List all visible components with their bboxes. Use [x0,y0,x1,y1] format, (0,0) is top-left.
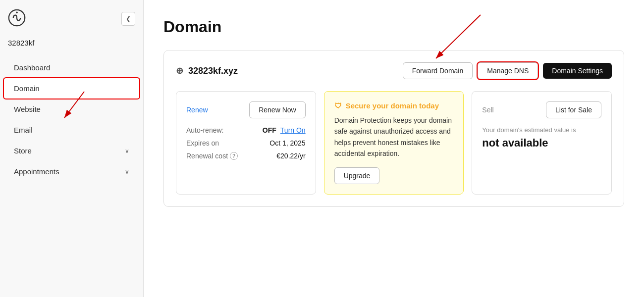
shield-icon: 🛡 [334,101,342,110]
secure-card: 🛡 Secure your domain today Domain Protec… [324,91,464,195]
sell-label: Sell [482,106,493,114]
expires-row: Expires on Oct 1, 2025 [186,139,306,147]
sidebar-header: ❮ [0,0,143,35]
secure-title: 🛡 Secure your domain today [334,101,454,110]
domain-card: ⊕ 32823kf.xyz Forward Domain Manage DNS … [163,50,624,207]
expires-label: Expires on [186,139,219,147]
auto-renew-value: OFF [263,126,276,134]
sidebar-item-dashboard[interactable]: Dashboard [4,57,139,78]
globe-icon: ⊕ [176,65,183,76]
sidebar-site-name: 32823kf [0,35,143,57]
domain-name-row: ⊕ 32823kf.xyz [176,65,238,76]
collapse-icon: ❮ [126,15,131,22]
renewal-cost-row: Renewal cost ? €20.22/yr [186,152,306,160]
auto-renew-row: Auto-renew: OFF Turn On [186,126,306,134]
domain-name: 32823kf.xyz [188,66,238,76]
sidebar-nav: Dashboard Domain Website Email Store ∨ A… [0,57,143,297]
sidebar-item-appointments[interactable]: Appointments ∨ [4,161,139,182]
renewal-cost-label-group: Renewal cost ? [186,152,238,160]
logo [8,9,26,29]
sidebar-item-email[interactable]: Email [4,120,139,140]
domain-actions: Forward Domain Manage DNS Domain Setting… [403,62,612,79]
svg-point-1 [16,11,18,13]
upgrade-button[interactable]: Upgrade [334,167,380,184]
sidebar-item-store[interactable]: Store ∨ [4,141,139,161]
expires-value: Oct 1, 2025 [269,139,305,147]
domain-header: ⊕ 32823kf.xyz Forward Domain Manage DNS … [176,62,612,79]
sidebar: ❮ 32823kf Dashboard Domain Website Email… [0,0,144,297]
renew-card-header: Renew Renew Now [186,101,306,118]
page-title: Domain [163,18,624,36]
auto-renew-value-group: OFF Turn On [263,126,306,134]
secure-description: Domain Protection keeps your domain safe… [334,115,454,159]
sidebar-collapse-button[interactable]: ❮ [121,12,135,26]
turn-on-link[interactable]: Turn On [280,126,306,134]
sell-description: Your domain's estimated value is [482,126,601,134]
renew-label: Renew [186,106,208,114]
chevron-down-icon: ∨ [125,148,129,154]
renew-card: Renew Renew Now Auto-renew: OFF Turn On … [176,91,316,195]
domain-settings-button[interactable]: Domain Settings [543,63,612,79]
manage-dns-button[interactable]: Manage DNS [478,62,538,79]
renewal-cost-label: Renewal cost [186,152,228,160]
sell-card-header: Sell List for Sale [482,101,601,118]
forward-domain-button[interactable]: Forward Domain [403,62,473,79]
domain-estimated-value: not available [482,137,601,149]
cards-row: Renew Renew Now Auto-renew: OFF Turn On … [176,91,612,195]
sell-card: Sell List for Sale Your domain's estimat… [472,91,612,195]
sidebar-item-website[interactable]: Website [4,99,139,119]
renewal-cost-value: €20.22/yr [276,152,305,160]
chevron-down-icon: ∨ [125,168,129,175]
auto-renew-label: Auto-renew: [186,126,223,134]
main-content: Domain ⊕ 32823kf.xyz Forward Domain Mana… [144,0,644,297]
sidebar-item-domain[interactable]: Domain [4,78,139,99]
list-for-sale-button[interactable]: List for Sale [546,101,601,118]
renew-now-button[interactable]: Renew Now [249,101,305,118]
renewal-cost-help-icon[interactable]: ? [230,152,238,160]
